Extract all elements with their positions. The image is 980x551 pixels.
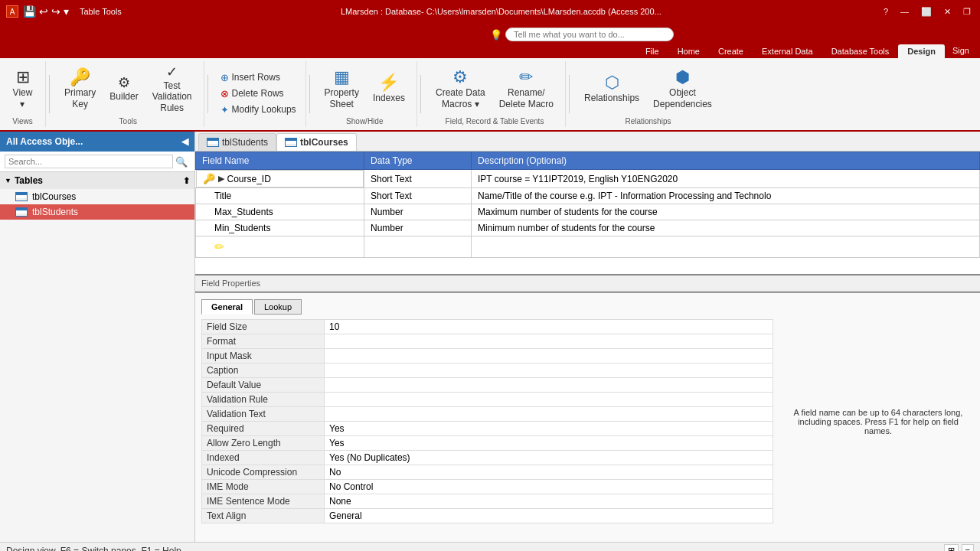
design-view-btn[interactable]: ≡ [962,544,974,551]
property-sheet-btn[interactable]: ▦ PropertySheet [319,67,364,112]
rename-macro-icon: ✏ [519,69,533,86]
delete-rows-btn[interactable]: ⊗ Delete Rows [217,86,299,101]
prop-value-format[interactable] [325,334,773,349]
prop-value-text-align[interactable]: General [325,509,773,523]
tab-database-tools[interactable]: Database Tools [822,44,899,58]
prop-tab-lookup[interactable]: Lookup [254,299,302,315]
tab-design[interactable]: Design [898,44,945,58]
prop-value-unicode-compression[interactable]: No [325,465,773,480]
doc-tab-tblstudents[interactable]: tblStudents [198,133,276,151]
delete-rows-label: Delete Rows [232,88,284,99]
prop-value-field-size[interactable]: 10 [325,320,773,334]
prop-value-allow-zero-length[interactable]: Yes [325,436,773,451]
quick-access: 💾 ↩ ↪ ▾ [23,5,69,18]
data-type-cell[interactable]: Number [364,220,472,236]
modify-lookups-btn[interactable]: ✦ Modify Lookups [217,103,299,117]
design-area: tblStudents tblCourses Field Name Data T… [195,132,980,542]
tab-file[interactable]: File [636,44,668,58]
test-validation-btn[interactable]: ✓ TestValidationRules [147,63,198,116]
redo-quick-btn[interactable]: ↪ [51,5,60,18]
divider-3 [309,75,310,113]
prop-value-required[interactable]: Yes [325,422,773,436]
key-icon: 🔑 [70,69,90,86]
table-row[interactable]: ✏ [196,236,980,258]
sidebar-section-tables[interactable]: ▼ Tables ⬆ [0,172,194,189]
description-cell[interactable]: Name/Title of the course e.g. IPT - Info… [472,188,980,204]
object-deps-label: ObjectDependencies [653,87,712,109]
tell-me-input[interactable] [505,28,674,41]
prop-name-unicode-compression: Unicode Compression [202,465,325,480]
indexes-btn[interactable]: ⚡ Indexes [368,72,410,106]
undo-quick-btn[interactable]: ↩ [39,5,48,18]
doc-tab-tblcourses[interactable]: tblCourses [276,133,357,151]
field-props-note: A field name can be up to 64 characters … [782,319,974,523]
customize-quick-btn[interactable]: ▾ [64,5,69,18]
field-name-cell[interactable]: 🔑 ▶ Course_ID [196,170,364,187]
table-row[interactable]: Min_Students Number Minimum number of st… [196,220,980,236]
data-type-cell-empty[interactable] [364,236,472,258]
sign-in-btn[interactable]: Sign [945,43,977,58]
minimize-btn[interactable]: — [897,5,912,18]
field-name-cell[interactable]: Title [196,188,364,204]
description-cell[interactable]: Minimum number of students for the cours… [472,220,980,236]
description-cell[interactable]: Maximum number of students for the cours… [472,204,980,220]
help-btn[interactable]: ? [880,5,891,18]
prop-value-input-mask[interactable] [325,349,773,364]
relationships-btn[interactable]: ⬡ Relationships [579,72,645,106]
prop-value-validation-rule[interactable] [325,393,773,407]
primary-key-btn[interactable]: 🔑 PrimaryKey [59,67,101,112]
field-name-cell-empty[interactable]: ✏ [196,236,364,258]
data-type-cell[interactable]: Number [364,204,472,220]
builder-btn[interactable]: ⚙ Builder [104,73,143,104]
tblstudents-label: tblStudents [32,207,78,217]
inner-restore-btn[interactable]: ❐ [960,5,974,18]
table-row[interactable]: 🔑 ▶ Course_ID Short Text IPT course = Y1… [196,170,980,188]
sidebar-item-tblcourses[interactable]: tblCourses [0,189,194,204]
test-label: TestValidationRules [152,80,192,113]
data-type-cell[interactable]: Short Text [364,170,472,188]
prop-name-indexed: Indexed [202,451,325,465]
tab-home[interactable]: Home [668,44,709,58]
status-bar: Design view. F6 = Switch panes. F1 = Hel… [0,542,980,551]
prop-row-validation-rule: Validation Rule [202,393,773,407]
prop-row-field-size: Field Size 10 [202,320,773,334]
field-table: Field Name Data Type Description (Option… [195,152,980,258]
sidebar-search-input[interactable] [5,155,173,168]
prop-value-ime-sentence-mode[interactable]: None [325,494,773,509]
sidebar-title: All Access Obje... [6,136,83,147]
views-group-label: Views [12,116,33,126]
rename-delete-macro-btn[interactable]: ✏ Rename/Delete Macro [494,67,559,112]
insert-rows-btn[interactable]: ⊕ Insert Rows [217,70,299,85]
field-name-cell[interactable]: Min_Students [196,220,364,236]
sidebar-search-button[interactable]: 🔍 [173,156,190,168]
close-btn[interactable]: ✕ [941,5,954,18]
view-btn[interactable]: ⊞ View▾ [8,67,38,112]
tblcourses-label: tblCourses [32,191,76,202]
prop-value-caption[interactable] [325,364,773,378]
prop-tab-general[interactable]: General [201,299,253,315]
sidebar-collapse-btn[interactable]: ◀ [181,136,188,147]
sidebar-item-tblstudents[interactable]: tblStudents [0,204,194,220]
field-name-cell[interactable]: Max_Students [196,204,364,220]
data-type-cell[interactable]: Short Text [364,188,472,204]
field-props-container: Field Size 10 Format Input Mask [201,319,974,523]
dropdown-icon: ▾ [20,99,24,109]
datasheet-view-btn[interactable]: ⊞ [944,544,959,551]
description-cell-empty[interactable] [472,236,980,258]
object-dependencies-btn[interactable]: ⬢ ObjectDependencies [648,67,717,112]
restore-btn[interactable]: ⬜ [918,5,935,18]
tab-create[interactable]: Create [709,44,753,58]
table-row[interactable]: Max_Students Number Maximum number of st… [196,204,980,220]
property-sheet-label: PropertySheet [325,87,359,109]
save-quick-btn[interactable]: 💾 [23,5,36,18]
insert-rows-label: Insert Rows [232,72,280,83]
prop-value-ime-mode[interactable]: No Control [325,480,773,494]
prop-value-default-value[interactable] [325,378,773,393]
prop-value-indexed[interactable]: Yes (No Duplicates) [325,451,773,465]
description-cell[interactable]: IPT course = Y11IPT2019, English Y10ENG2… [472,170,980,188]
table-row[interactable]: Title Short Text Name/Title of the cours… [196,188,980,204]
prop-row-allow-zero-length: Allow Zero Length Yes [202,436,773,451]
prop-value-validation-text[interactable] [325,407,773,422]
tab-external-data[interactable]: External Data [753,44,822,58]
create-data-macros-btn[interactable]: ⚙ Create DataMacros ▾ [430,67,491,112]
